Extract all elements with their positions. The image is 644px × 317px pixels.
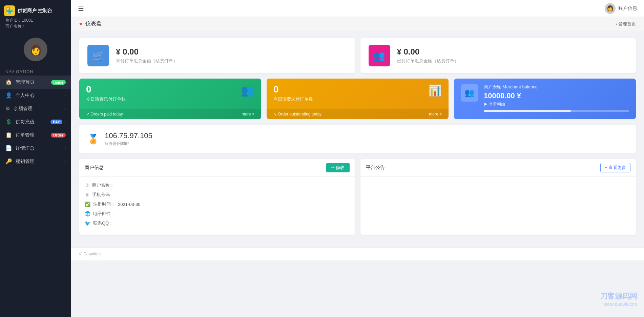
orders-outstanding-footer: ↘ Order outstanding today	[273, 112, 321, 117]
sidebar-item-home[interactable]: 🏠 管理首页 home	[0, 76, 71, 89]
home-icon: 🏠	[5, 79, 12, 85]
cart-icon: 🛒	[92, 50, 104, 61]
orders-outstanding-label: 今日话费未付订单数	[273, 96, 313, 102]
heart-icon: ♥	[79, 21, 83, 27]
orders-icon: 📋	[5, 132, 12, 138]
orders-outstanding-today-card: 0 今日话费未付订单数 📊 ↘ Order outstanding today …	[267, 79, 449, 119]
monitor-icon-2: 🖥	[85, 192, 89, 197]
info-row-email: 🌐 电子邮件：	[85, 211, 350, 217]
profile-icon: 👤	[5, 92, 12, 99]
paid-orders-card: 👥 ¥ 0.00 已付订单汇总金额（话费订单）	[360, 38, 636, 73]
orders-outstanding-more[interactable]: more >	[429, 112, 442, 117]
phone-label: 手机号码：	[92, 192, 114, 198]
sidebar-item-balance[interactable]: ⚙ 余额管理 ›	[0, 102, 71, 115]
copyright-bar: © Copyright	[71, 247, 644, 260]
bottom-row: 商户信息 ✏ 修改 🖥 商户名称： 🖥 手机号码： ✅	[79, 159, 636, 235]
sidebar-item-orders-label: 订单管理	[16, 132, 35, 138]
content-area: ♥ 仪表盘 › 管理首页 🛒 ¥ 0.00 未付订单汇总金额（话费订单）	[71, 17, 644, 317]
sidebar-item-recharge[interactable]: 💲 供货充值 PAY ›	[0, 115, 71, 128]
merchant-info-title: 商户信息	[85, 165, 104, 171]
breadcrumb-home: 管理首页	[618, 21, 636, 26]
merchant-balance-card: 👥 商户余额 Merchant balance 10000.00 ¥ ▶ 查看明…	[454, 79, 636, 119]
orders-paid-more[interactable]: more >	[242, 112, 254, 117]
balance-title: 商户余额 Merchant balance	[484, 84, 629, 90]
order-badge: Order	[51, 133, 66, 138]
globe-icon: 🌐	[85, 211, 90, 216]
stats-row2: 0 今日话费已付订单数 👥 ↗ Orders paid today more >	[79, 79, 636, 119]
sidebar-item-orders[interactable]: 📋 订单管理 Order	[0, 128, 71, 142]
view-more-button[interactable]: + 查看更多	[600, 163, 630, 172]
topbar: ☰ 👩 账户信息	[71, 0, 644, 17]
unpaid-amount: ¥ 0.00	[116, 47, 178, 57]
reg-date-label: 注册时间：	[93, 201, 115, 207]
balance-icon: ⚙	[5, 105, 10, 112]
sidebar-item-profile-label: 个人中心	[16, 92, 35, 99]
sidebar-item-summary-label: 详情汇总	[16, 145, 35, 151]
server-ip: 106.75.97.105	[105, 131, 152, 140]
announcement-body	[360, 177, 636, 188]
edit-merchant-button[interactable]: ✏ 修改	[326, 163, 350, 172]
balance-bar	[484, 110, 629, 112]
balance-link[interactable]: ▶ 查看明细	[484, 102, 629, 107]
sidebar-avatar: 👩	[0, 32, 71, 67]
recharge-icon: 💲	[5, 119, 12, 125]
sidebar-item-recharge-label: 供货充值	[16, 119, 35, 125]
sidebar-item-home-label: 管理首页	[16, 79, 35, 85]
breadcrumb: › 管理首页	[616, 21, 636, 27]
bird-icon: 🐦	[85, 220, 90, 226]
stats-row1: 🛒 ¥ 0.00 未付订单汇总金额（话费订单） 👥 ¥ 0.00 已付订单汇总金…	[79, 38, 636, 73]
qq-label: 联系QQ：	[93, 220, 113, 226]
sidebar-item-keys[interactable]: 🔑 秘钥管理 ›	[0, 155, 71, 168]
paid-desc: 已付订单汇总金额（话费订单）	[397, 58, 459, 64]
brand-icon: 🏪	[4, 5, 15, 16]
email-label: 电子邮件：	[93, 211, 115, 217]
sidebar-item-keys-label: 秘钥管理	[16, 158, 35, 165]
info-row-phone: 🖥 手机号码：	[85, 192, 350, 198]
announcement-title: 平台公告	[366, 165, 385, 171]
sidebar-item-profile[interactable]: 👤 个人中心 ›	[0, 89, 71, 102]
balance-arrow: ›	[64, 106, 66, 111]
unpaid-orders-card: 🛒 ¥ 0.00 未付订单汇总金额（话费订单）	[79, 38, 355, 73]
balance-people-icon: 👥	[464, 88, 475, 98]
summary-icon: 📄	[5, 145, 12, 151]
sidebar-item-balance-label: 余额管理	[14, 106, 33, 112]
info-row-reg-date: ✅ 注册时间： 2021-03-30	[85, 201, 350, 207]
orders-paid-footer: ↗ Orders paid today	[86, 112, 123, 117]
main-content: ☰ 👩 账户信息 ♥ 仪表盘 › 管理首页 🛒	[71, 0, 644, 317]
merchant-name-label: 商户名称：	[92, 182, 114, 188]
paid-amount: ¥ 0.00	[397, 47, 459, 57]
merchant-id: 商户ID：10001	[4, 18, 67, 23]
reg-date-value: 2021-03-30	[118, 202, 141, 207]
announcement-card: 平台公告 + 查看更多	[360, 159, 636, 235]
orders-paid-today-card: 0 今日话费已付订单数 👥 ↗ Orders paid today more >	[79, 79, 261, 119]
sidebar: 🏪 供货商户 控制台 商户ID：10001 商户名称： 👩 Navigation…	[0, 0, 71, 317]
avatar: 👩	[24, 38, 47, 61]
unpaid-desc: 未付订单汇总金额（话费订单）	[116, 58, 178, 64]
keys-arrow: ›	[64, 159, 66, 164]
cart-icon-box: 🛒	[87, 45, 109, 66]
balance-amount: 10000.00 ¥	[484, 91, 629, 100]
merchant-info-card: 商户信息 ✏ 修改 🖥 商户名称： 🖥 手机号码： ✅	[79, 159, 355, 235]
copyright-text: © Copyright	[79, 252, 101, 256]
page-title: 仪表盘	[85, 20, 102, 27]
monitor-icon-1: 🖥	[85, 183, 89, 188]
check-icon: ✅	[85, 202, 90, 207]
info-row-qq: 🐦 联系QQ：	[85, 220, 350, 226]
chart-icon: 📊	[428, 84, 442, 97]
nav-section-label: Navigation	[0, 67, 71, 76]
server-label: 服务器回调IP	[105, 141, 152, 147]
brand: 🏪 供货商户 控制台	[4, 5, 67, 16]
dashboard-body: 🛒 ¥ 0.00 未付订单汇总金额（话费订单） 👥 ¥ 0.00 已付订单汇总金…	[71, 31, 644, 247]
balance-bar-fill	[484, 110, 571, 112]
summary-arrow: ›	[64, 146, 66, 151]
page-header: ♥ 仪表盘 › 管理首页	[71, 17, 644, 31]
hamburger-button[interactable]: ☰	[78, 4, 84, 13]
info-row-name: 🖥 商户名称：	[85, 182, 350, 188]
sidebar-item-summary[interactable]: 📄 详情汇总 ›	[0, 142, 71, 155]
server-icon: 🏅	[87, 133, 99, 145]
people-icon: 👥	[241, 84, 254, 97]
account-label: 账户信息	[618, 5, 637, 12]
home-badge: home	[51, 80, 66, 85]
keys-icon: 🔑	[5, 158, 12, 165]
paid-icon-box: 👥	[369, 45, 390, 66]
